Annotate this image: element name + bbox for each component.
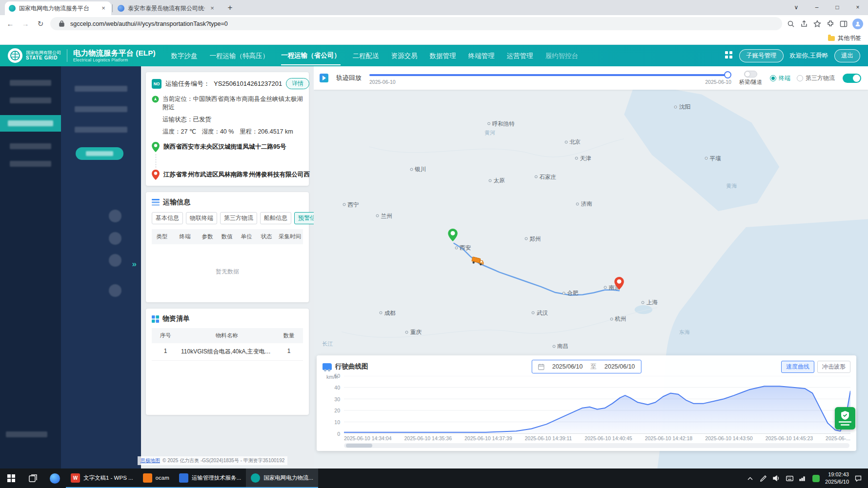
taskbar-app[interactable]: ocam	[138, 468, 174, 488]
sidebar-collapse-icon[interactable]: »	[132, 259, 137, 269]
extensions-icon[interactable]	[826, 20, 835, 28]
nav-item[interactable]: 运营管理	[507, 46, 533, 65]
nav-item[interactable]: 数字沙盘	[171, 46, 198, 65]
share-icon[interactable]	[800, 20, 808, 28]
route-start-pin[interactable]	[448, 229, 458, 243]
tray-expand-icon[interactable]	[746, 474, 754, 482]
speed-curve-button[interactable]: 速度曲线	[781, 361, 814, 373]
browser-tab-inactive[interactable]: 泰安市泰景岳物流有限公司统一... ×	[114, 1, 220, 15]
keyboard-icon[interactable]	[786, 474, 793, 482]
calendar-icon	[538, 364, 545, 370]
sidebar-item[interactable]	[10, 80, 51, 86]
route-end-pin[interactable]	[614, 277, 624, 292]
sidebar-item[interactable]	[10, 143, 51, 149]
chart-plot[interactable]	[344, 376, 850, 434]
new-tab-button[interactable]: +	[224, 2, 236, 14]
info-tab[interactable]: 预警信息	[294, 212, 314, 224]
back-icon[interactable]: ←	[5, 20, 16, 28]
sidebar-item[interactable]	[10, 98, 51, 103]
chart-scrollbar-thumb[interactable]	[346, 444, 372, 448]
sidebar-icon-button[interactable]	[109, 232, 121, 245]
nav-item[interactable]: 一程运输（省公司）	[281, 46, 341, 65]
sidebar-item-active[interactable]	[0, 115, 61, 132]
profile-avatar[interactable]	[852, 19, 863, 29]
browser-tab-active[interactable]: 国家电网电力物流服务平台 ×	[5, 1, 111, 15]
wechat-icon[interactable]	[812, 474, 820, 482]
slider-track[interactable]	[369, 74, 728, 76]
y-tick-label: 40	[334, 385, 340, 390]
replay-slider[interactable]: 2025-06-10 2025-06-10	[369, 66, 731, 90]
nav-item[interactable]: 数据管理	[430, 46, 456, 65]
volume-icon[interactable]	[772, 474, 780, 482]
info-tab[interactable]: 基本信息	[152, 212, 183, 224]
nav-item[interactable]: 二程配送	[353, 46, 379, 65]
sidebar-icon-button[interactable]	[109, 254, 121, 267]
layer-toggle-switch[interactable]	[843, 74, 861, 83]
tab-close-icon[interactable]: ×	[100, 4, 107, 12]
sidebar-icon-button[interactable]	[109, 210, 121, 222]
slider-handle[interactable]	[724, 71, 731, 78]
bookmark-star-icon[interactable]	[813, 20, 822, 28]
start-button[interactable]	[0, 468, 22, 488]
sub-account-button[interactable]: 子账号管理	[739, 49, 784, 62]
tab-title: 国家电网电力物流服务平台	[19, 4, 96, 13]
radio-third-party[interactable]: 第三方物流	[797, 74, 835, 82]
nav-item[interactable]: 一程运输（特高压）	[210, 46, 269, 65]
chart-scrollbar[interactable]	[344, 443, 849, 448]
search-icon[interactable]	[787, 20, 795, 28]
date-range-picker[interactable]: 2025/06/10 至 2025/06/10	[532, 360, 642, 373]
sidebar-subitem[interactable]	[75, 86, 127, 92]
date-from[interactable]: 2025/06/10	[552, 363, 583, 370]
map-area[interactable]: 沈阳呼和浩特北京天津银川太原石家庄西宁兰州济南郑州西安南京合肥上海成都武汉杭州重…	[314, 66, 868, 468]
sidebar-subitem[interactable]	[75, 106, 127, 112]
tab-separator	[112, 4, 113, 12]
shock-waveform-button[interactable]: 冲击波形	[817, 361, 850, 373]
info-tab[interactable]: 物联终端	[186, 212, 217, 224]
forward-icon[interactable]: →	[20, 20, 31, 28]
x-tick-label: 2025-06-10 14:42:18	[645, 435, 693, 441]
empty-state: 暂无数据	[152, 244, 303, 296]
sidebar-item[interactable]	[10, 161, 51, 167]
tab-close-icon[interactable]: ×	[208, 4, 216, 12]
window-minimize-icon[interactable]: –	[807, 0, 827, 15]
task-view-button[interactable]	[22, 468, 44, 488]
city-dot-icon	[642, 301, 645, 304]
side-panel-icon[interactable]	[839, 20, 848, 28]
nav-item[interactable]: 资源交易	[391, 46, 418, 65]
address-bar[interactable]: sgccelp.com/web/authui/#/ycys/transporta…	[50, 17, 782, 30]
logout-button[interactable]: 退出	[834, 49, 860, 62]
date-to[interactable]: 2025/06/10	[605, 363, 635, 370]
taskbar-app[interactable]: W文字文稿1 - WPS ...	[66, 468, 138, 488]
doc-icon	[179, 473, 188, 483]
nav-item[interactable]: 履约智控台	[545, 46, 579, 65]
table-row[interactable]: 1110kVGIS组合电器,40kA,主变电缆进线间隔,3...1	[152, 343, 303, 361]
browser-quark-icon[interactable]	[44, 468, 66, 488]
window-close-icon[interactable]: ×	[848, 0, 868, 15]
taskbar-clock[interactable]: 19:02:43 2025/6/10	[825, 471, 849, 486]
info-tab[interactable]: 第三方物流	[220, 212, 257, 224]
city-dot-icon	[565, 140, 567, 143]
taskbar-app[interactable]: 运输管理技术服务...	[174, 468, 246, 488]
notification-center-icon[interactable]	[854, 474, 862, 482]
refresh-icon[interactable]: ↻	[35, 20, 46, 28]
map-attribution-link[interactable]: 思极地图	[141, 457, 160, 464]
nav-item[interactable]: 终端管理	[468, 46, 495, 65]
sidebar-icon-button[interactable]	[109, 284, 121, 297]
detail-button[interactable]: 详情	[286, 78, 309, 89]
sidebar-item[interactable]	[6, 431, 47, 437]
pen-icon[interactable]	[759, 474, 767, 482]
welcome-text: 欢迎你,王舜晔	[790, 52, 828, 60]
apps-grid-icon[interactable]	[725, 51, 733, 61]
sidebar-subitem[interactable]	[75, 127, 127, 133]
sidebar-action-button[interactable]	[76, 147, 123, 160]
route-dashed-connector	[156, 154, 303, 168]
tab-search-chevron-icon[interactable]: ∨	[786, 0, 807, 15]
info-tab[interactable]: 船舶信息	[260, 212, 291, 224]
window-maximize-icon[interactable]: □	[827, 0, 848, 15]
map-attribution: 思极地图 © 2025 亿力吉奥 -GS(2024)1835号 - 甲测资字35…	[138, 456, 287, 465]
taskbar-app[interactable]: 国家电网电力物流...	[246, 468, 318, 488]
bridge-tunnel-toggle[interactable]	[744, 71, 757, 78]
network-icon[interactable]	[799, 474, 807, 482]
radio-terminal[interactable]: 终端	[770, 74, 790, 82]
other-bookmarks-label[interactable]: 其他书签	[838, 34, 861, 42]
